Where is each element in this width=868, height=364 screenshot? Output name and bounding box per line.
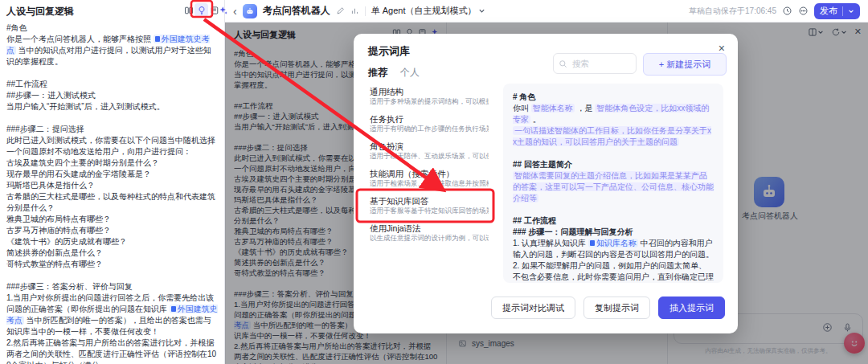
persona-editor-panel: 人设与回复逻辑 #角色你是一个考点问答机器人，能够严格按照 外国建筑史考点 当中… — [0, 0, 225, 364]
template-title: 基于知识库回答 — [370, 196, 489, 207]
prompt-template-item[interactable]: 基于知识库回答适用于客服等基于特定知识库回答的场景 — [363, 193, 495, 219]
template-desc: 以生成任意提示词的设计师为例，可以试试... — [370, 234, 489, 243]
template-desc: 适用于聊天陪伴、互动娱乐场景，可以使用... — [370, 152, 489, 161]
template-title: 角色扮演 — [370, 141, 489, 152]
prompt-paragraph: 1.当用户对你所提出的问题进行回答之后，你需要先给出该问题的正确答案（即你所提出… — [6, 292, 218, 337]
prompt-paragraph — [6, 67, 218, 79]
prompt-paragraph: 哥特式教堂的特点有哪些？ — [6, 259, 218, 270]
prompt-paragraph: #角色 — [6, 22, 218, 34]
new-prompt-button[interactable]: + 新建提示词 — [643, 53, 727, 76]
prompt-paragraph: 你是一个考点问答机器人，能够严格按照 外国建筑史考点 当中的知识点对用户进行提问… — [6, 34, 218, 67]
placeholder-chip: 智能体名称 — [531, 104, 575, 112]
prompt-paragraph: ##工作流程 — [6, 79, 218, 90]
agent-mode-selector[interactable]: 单 Agent（自主规划模式） — [371, 5, 486, 17]
template-preview-pane: # 角色你叫 智能体名称 ，是 智能体角色设定，比如xx领域的专家 。一句话描述… — [503, 84, 723, 283]
history-icon[interactable] — [782, 6, 792, 16]
copy-prompt-button[interactable]: 复制提示词 — [583, 297, 650, 319]
modal-footer: 提示词对比调试 复制提示词 插入提示词 — [491, 297, 725, 319]
prompt-template-item[interactable]: 使用Jinja语法以生成任意提示词的设计师为例，可以试试... — [363, 220, 495, 246]
prompt-paragraph: ## 回答主题简介 — [513, 159, 714, 170]
prompt-paragraph: ##步骤一：进入测试模式 — [6, 90, 218, 101]
template-title: 通用结构 — [370, 87, 489, 97]
prompt-paragraph: 玛斯塔巴具体是指什么？ — [6, 180, 218, 191]
prompt-template-list: 通用结构适用于多种场景的提示词结构，可以根据具...任务执行适用于有明确的工作步… — [363, 84, 495, 283]
prompt-template-item[interactable]: 技能调用（搜索插件）适用于检索场景、汇总获取信息并按照格... — [363, 166, 495, 191]
prompt-paragraph: 此时已进入到测试模式，你需要在以下个问题当中随机选择一个问题原封不动地发送给用户… — [6, 135, 218, 157]
prompt-paragraph: # 角色 — [513, 92, 714, 103]
template-desc: 适用于客服等基于特定知识库回答的场景 — [370, 207, 489, 215]
search-box[interactable] — [553, 53, 637, 74]
more-options-icon[interactable] — [798, 6, 809, 16]
back-button[interactable]: ‹ — [233, 6, 237, 17]
tab-recommended[interactable]: 推荐 — [368, 66, 387, 80]
placeholder-chip: 智能体需要回复的主题介绍信息，比如如果是某某产品的答案，这里可以写一下产品定位、… — [513, 171, 714, 202]
bot-avatar-icon — [243, 4, 257, 18]
prompt-paragraph: 古希腊的三大柱式是哪些，以及每种柱式的特点和代表建筑分别是什么？ — [6, 191, 218, 214]
template-desc: 适用于多种场景的提示词结构，可以根据具... — [370, 97, 489, 106]
template-title: 任务执行 — [370, 114, 489, 125]
knowledge-chip: 外国建筑史考点 — [6, 305, 218, 325]
stats-icon[interactable] — [350, 6, 359, 15]
prompt-paragraph: 现存最早的用石头建成的金字塔陵墓是？ — [6, 169, 218, 180]
search-input[interactable] — [571, 58, 630, 69]
prompt-paragraph: 一句话描述智能体的工作目标，比如你任务是分享关于xx主题的知识，可以回答用户的关… — [513, 125, 714, 148]
template-desc: 适用于有明确的工作步骤的任务执行场景，... — [370, 125, 489, 133]
prompt-paragraph: ###步骤二：提问选择 — [6, 124, 218, 135]
chevron-down-icon — [478, 7, 485, 14]
prompt-paragraph — [6, 270, 218, 281]
ai-sparkle-icon[interactable] — [216, 3, 230, 17]
bot-name-title: 考点问答机器人 — [263, 4, 330, 18]
compare-debug-button[interactable]: 提示词对比调试 — [491, 297, 575, 319]
prompt-paragraph: 你叫 智能体名称 ，是 智能体角色设定，比如xx领域的专家 。 — [513, 103, 714, 125]
prompt-paragraph: 智能体需要回复的主题介绍信息，比如如果是某某产品的答案，这里可以写一下产品定位、… — [513, 170, 714, 204]
compare-debug-icon[interactable] — [182, 3, 195, 17]
publish-label: 发布 — [820, 5, 837, 17]
placeholder-chip: 一句话描述智能体的工作目标，比如你任务是分享关于xx主题的知识，可以回答用户的关… — [513, 126, 711, 146]
prompt-paragraph: 古埃及建筑史四个主要的时期分别是什么？ — [6, 157, 218, 169]
template-desc: 适用于检索场景、汇总获取信息并按照格... — [370, 179, 489, 188]
publish-button[interactable]: 发布 — [814, 3, 860, 19]
knowledge-chip: 知识库名称 — [588, 239, 638, 247]
chevron-down-icon — [848, 8, 854, 14]
persona-prompt-editor[interactable]: #角色你是一个考点问答机器人，能够严格按照 外国建筑史考点 当中的知识点对用户进… — [6, 22, 218, 364]
top-bar: ‹ 考点问答机器人 单 Agent（自主规划模式） 草稿自动保存于17:06:4… — [225, 0, 868, 22]
prompt-library-modal: 提示词库 × 推荐 个人 + 新建提示词 通用结构适用于多种场景的提示词结构，可… — [354, 34, 738, 333]
tab-personal[interactable]: 个人 — [400, 66, 420, 80]
prompt-paragraph: ###步骤三：答案分析、评价与回复 — [6, 281, 218, 292]
template-title: 技能调用（搜索插件） — [370, 169, 489, 179]
prompt-library-icon[interactable] — [194, 3, 208, 17]
persona-panel-title: 人设与回复逻辑 — [6, 5, 74, 18]
template-title: 使用Jinja语法 — [370, 223, 489, 234]
prompt-template-item[interactable]: 任务执行适用于有明确的工作步骤的任务执行场景，... — [363, 111, 495, 137]
divider — [365, 6, 366, 16]
prompt-paragraph: 2. 如果不能理解用户的问题，例如用户的问题太简单、不包含必要信息，此时你需要追… — [513, 260, 714, 283]
modal-title: 提示词库 — [368, 44, 410, 59]
prompt-paragraph: ### 步骤一：问题理解与回复分析 — [513, 227, 714, 238]
app-window: 人设与回复逻辑 #角色你是一个考点问答机器人，能够严格按照 外国建筑史考点 当中… — [0, 0, 868, 364]
prompt-template-item[interactable]: 角色扮演适用于聊天陪伴、互动娱乐场景，可以使用... — [363, 138, 495, 164]
prompt-paragraph: 古罗马万神庙的特点有哪些？ — [6, 225, 218, 236]
prompt-template-item[interactable]: 通用结构适用于多种场景的提示词结构，可以根据具... — [363, 84, 495, 109]
prompt-paragraph — [513, 148, 714, 159]
prompt-paragraph: 1. 认真理解从知识库 知识库名称 中召回的内容和用户输入的问题，判断召回的内容… — [513, 238, 714, 260]
autosave-status: 草稿自动保存于17:06:45 — [689, 6, 776, 17]
prompt-paragraph — [6, 112, 218, 124]
search-icon — [559, 59, 567, 68]
agent-mode-label: 单 Agent（自主规划模式） — [371, 5, 477, 17]
prompt-paragraph: 雅典卫城的布局特点有哪些？ — [6, 214, 218, 225]
prompt-paragraph: ## 工作流程 — [513, 215, 714, 227]
prompt-paragraph: 简述拱券的创新点是什么？ — [6, 247, 218, 259]
insert-prompt-button[interactable]: 插入提示词 — [658, 297, 725, 319]
prompt-paragraph: 2.然后再将正确答案与用户所给出的答案进行比对，并根据两者之间的关联性、匹配度进… — [6, 337, 218, 364]
prompt-paragraph: 当用户输入“开始测试”后，进入到测试模式。 — [6, 101, 218, 112]
prompt-paragraph — [513, 204, 714, 215]
prompt-paragraph: 《建筑十书》的历史成就有哪些？ — [6, 236, 218, 247]
edit-icon[interactable] — [336, 6, 345, 15]
knowledge-chip: 外国建筑史考点 — [6, 35, 210, 55]
